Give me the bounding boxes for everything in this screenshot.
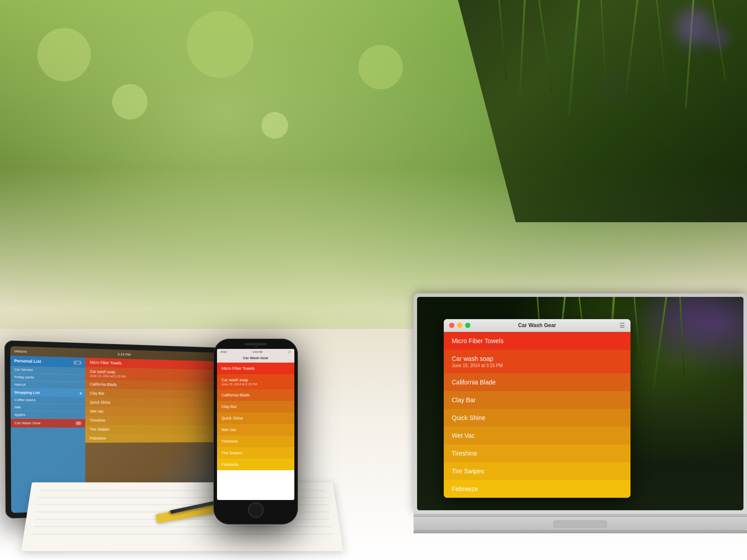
iphone-item-wetvac[interactable]: Wet Vac (217, 424, 294, 436)
macos-window-title: Car Wash Gear (518, 322, 556, 328)
ipad-carrier: Verizon (14, 349, 27, 353)
bokeh-3 (187, 11, 253, 78)
ipad-item-wetvac[interactable]: Wet Vac (85, 407, 221, 416)
macos-wetvac-label: Wet Vac (452, 432, 622, 439)
iphone-item-febreeze[interactable]: Febreeze (217, 459, 294, 470)
purple-bokeh (676, 9, 711, 44)
macos-claybar-label: Clay Bar (452, 396, 622, 404)
hamburger-menu-icon[interactable]: ☰ (619, 322, 625, 329)
ipad-item-tireswipes[interactable]: Tire Swipes (85, 425, 221, 434)
fullscreen-button[interactable] (465, 323, 470, 328)
macos-item-microfiber[interactable]: Micro Fiber Towels (444, 332, 631, 350)
iphone-microfiber-label: Micro Fiber Towels (221, 366, 290, 371)
ipad-list-item-coffee[interactable]: Coffee beans (11, 396, 85, 404)
iphone-carwashsoap-label: Car wash soap (221, 378, 290, 382)
macos-window: Car Wash Gear ☰ Micro Fiber Towels Car w… (444, 319, 631, 498)
bokeh-2 (112, 84, 148, 120)
macos-item-quickshine[interactable]: Quick Shine (444, 409, 631, 427)
ipad-item-microfiber-label: Micro Fiber Towels (90, 360, 217, 368)
macos-item-carwashsoap[interactable]: Car wash soap June 15, 2014 at 3:15 PM (444, 350, 631, 373)
macos-item-tireswipes[interactable]: Tire Swipes (444, 462, 631, 480)
macbook-lid: Car Wash Gear ☰ Micro Fiber Towels Car w… (414, 293, 747, 514)
bokeh-4 (261, 112, 288, 139)
ipad-list-item-apples[interactable]: Apples (11, 411, 85, 419)
ipad-personal-badge: 13 (73, 360, 81, 365)
ipad-item-febreeze[interactable]: Febreeze (85, 434, 221, 443)
ipad-shopping-label: Shopping List (14, 390, 40, 395)
iphone-carwashsoap-sub: June 15, 2014 at 3:15 PM (221, 383, 290, 386)
macbook-bezel: Car Wash Gear ☰ Micro Fiber Towels Car w… (417, 297, 743, 510)
macos-microfiber-label: Micro Fiber Towels (452, 337, 622, 344)
purple-bokeh-2 (707, 27, 729, 49)
macos-tireshine-label: Tireshine (452, 450, 622, 457)
close-button[interactable] (449, 323, 454, 328)
ipad-time: 3:15 PM (117, 352, 131, 356)
iphone-status-bar: AT&T 3:55 PM 🔋 (217, 349, 294, 355)
iphone-time: 3:55 PM (253, 351, 262, 353)
iphone-item-carwashsoap[interactable]: Car wash soap June 15, 2014 at 3:15 PM (217, 374, 294, 389)
macos-item-claybar[interactable]: Clay Bar (444, 391, 631, 409)
macos-item-tireshine[interactable]: Tireshine (444, 444, 631, 462)
notebook-line (33, 534, 332, 534)
ipad-item-quickshine[interactable]: Quick Shine (85, 398, 221, 408)
minimize-button[interactable] (457, 323, 462, 328)
iphone-navbar: Car Wash Gear (217, 355, 294, 363)
ipad-carwash-badge: 9 (75, 421, 81, 425)
ipad-carwash-label: Car Wash Gear (15, 421, 41, 425)
iphone-title: Car Wash Gear (243, 356, 268, 360)
iphone-carrier: AT&T (221, 351, 227, 353)
ipad-item-tireshine[interactable]: Tireshine (85, 416, 221, 425)
macos-item-febreeze[interactable]: Febreeze (444, 480, 631, 498)
ipad-carwash-row[interactable]: Car Wash Gear 9 (11, 419, 85, 428)
iphone-item-tireshine[interactable]: Tireshine (217, 436, 294, 447)
macos-caliblade-label: California Blade (452, 379, 622, 386)
bokeh-1 (37, 28, 91, 81)
macos-quickshine-label: Quick Shine (452, 414, 622, 421)
iphone-item-tireswipes[interactable]: Tire Swipes (217, 447, 294, 459)
iphone-screen: AT&T 3:55 PM 🔋 Car Wash Gear Micro Fiber… (217, 349, 294, 500)
macbook-base (414, 530, 747, 533)
notebook-line (34, 526, 330, 527)
iphone-battery-icon: 🔋 (288, 350, 291, 353)
macos-carwashsoap-sub: June 15, 2014 at 3:15 PM (452, 363, 622, 368)
macos-traffic-lights (449, 323, 470, 328)
bokeh-5 (358, 45, 403, 89)
ipad-personal-list-label: Personal List (14, 359, 41, 364)
macbook-device: Car Wash Gear ☰ Micro Fiber Towels Car w… (414, 293, 747, 533)
macbook-keyboard-area (414, 516, 747, 530)
iphone-item-microfiber[interactable]: Micro Fiber Towels (217, 363, 294, 374)
macos-item-caliblade[interactable]: California Blade (444, 373, 631, 391)
iphone-home-button[interactable] (248, 502, 264, 518)
iphone-item-quickshine[interactable]: Quick Shine (217, 412, 294, 424)
iphone-item-caliblade[interactable]: California Blade (217, 389, 294, 401)
macos-carwashsoap-label: Car wash soap (452, 355, 622, 362)
ipad-list-item-milk[interactable]: Milk (11, 404, 85, 412)
iphone-body: AT&T 3:55 PM 🔋 Car Wash Gear Micro Fiber… (213, 339, 298, 524)
iphone-device: AT&T 3:55 PM 🔋 Car Wash Gear Micro Fiber… (213, 339, 298, 524)
iphone-item-claybar[interactable]: Clay Bar (217, 401, 294, 412)
iphone-camera (254, 344, 257, 348)
ipad-shopping-badge: 4 (80, 391, 82, 395)
macos-tireswipes-label: Tire Swipes (452, 468, 622, 475)
macos-febreeze-label: Febreeze (452, 485, 622, 492)
macbook-trackpad[interactable] (554, 520, 607, 528)
macos-item-wetvac[interactable]: Wet Vac (444, 427, 631, 444)
macos-titlebar: Car Wash Gear ☰ (444, 319, 631, 332)
ipad-shopping-section: Shopping List 4 (11, 388, 85, 397)
